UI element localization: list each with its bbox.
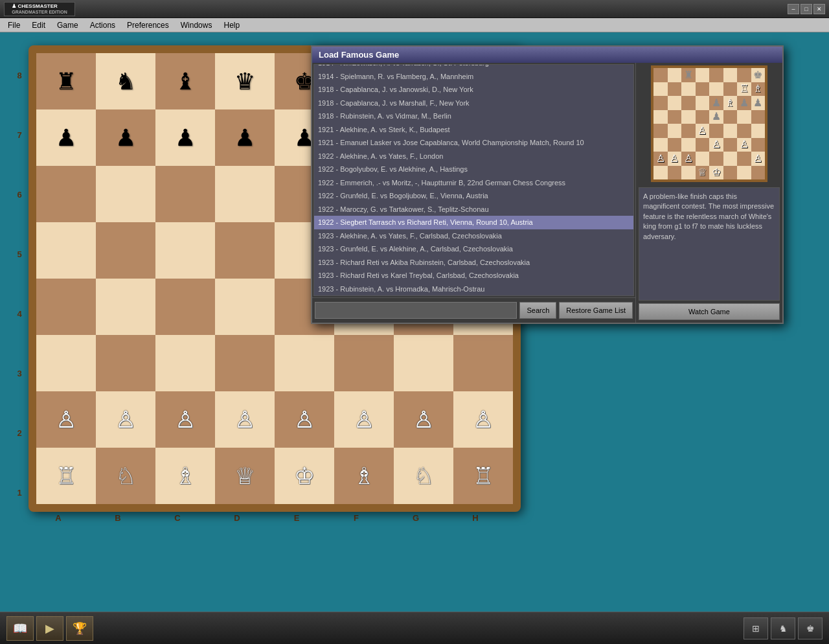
cell-b5 — [96, 222, 155, 279]
search-input[interactable] — [315, 302, 517, 319]
cell-a8: ♜ — [36, 53, 96, 109]
game-list-item[interactable]: 1923 - Richard Reti vs Karel Treybal, Ca… — [314, 269, 633, 282]
board-row-3 — [36, 335, 513, 391]
bottom-right-controls: ⊞ ♞ ♚ — [744, 617, 823, 639]
cell-a7: ♟ — [36, 109, 96, 166]
cell-d6 — [215, 166, 275, 222]
play-button[interactable]: ▶ — [36, 616, 63, 641]
cell-c7: ♟ — [155, 109, 215, 166]
search-button[interactable]: Search — [519, 302, 556, 319]
minimize-button[interactable]: – — [788, 4, 799, 14]
menu-preferences[interactable]: Preferences — [122, 19, 174, 31]
cell-f2: ♙ — [334, 391, 394, 448]
knight-button[interactable]: ♞ — [771, 617, 795, 639]
game-list-item[interactable]: 1922 - Maroczy, G. vs Tartakower, S., Te… — [314, 203, 633, 216]
maximize-button[interactable]: □ — [801, 4, 812, 14]
game-list-item[interactable]: 1922 - Emmerich, .- vs Moritz, -, Hauptt… — [314, 176, 633, 190]
main-area: 8 7 6 5 4 3 2 1 ♜ ♞ ♝ ♛ ♚ — [0, 32, 829, 612]
file-labels: A B C D E F G H — [28, 513, 505, 523]
cell-b3 — [96, 335, 155, 391]
menu-windows[interactable]: Windows — [176, 19, 218, 31]
dialog-title: Load Famous Game — [312, 47, 782, 63]
menu-game[interactable]: Game — [52, 19, 84, 31]
cell-h2: ♙ — [453, 391, 513, 448]
rank-5: 5 — [13, 224, 26, 284]
trophy-button[interactable]: 🏆 — [66, 616, 93, 641]
game-list-item[interactable]: 1923 - Rubinstein, A. vs Hromadka, Mahri… — [314, 282, 633, 296]
game-list-item[interactable]: 1922 - Grunfeld, E. vs Bogoljubow, E., V… — [314, 189, 633, 203]
game-list-item[interactable]: 1918 - Capablanca, J. vs Janowski, D., N… — [314, 83, 633, 97]
cell-c5 — [155, 222, 215, 279]
rank-2: 2 — [13, 403, 26, 463]
cell-a4 — [36, 279, 96, 335]
grid-button[interactable]: ⊞ — [744, 617, 768, 639]
cell-d5 — [215, 222, 275, 279]
cell-c1: ♗ — [155, 448, 215, 504]
game-list-item[interactable]: 1914 - Spielmann, R. vs Flamberg, A., Ma… — [314, 70, 633, 84]
load-famous-game-dialog: Load Famous Game 1912 - Ossip Bernstein … — [311, 45, 784, 324]
cell-d1: ♕ — [215, 448, 275, 504]
cell-f3 — [334, 335, 394, 391]
cell-b4 — [96, 279, 155, 335]
cell-d4 — [215, 279, 275, 335]
cell-a6 — [36, 166, 96, 222]
rank-8: 8 — [13, 45, 26, 105]
file-g: G — [386, 513, 446, 523]
game-list-item[interactable]: 1918 - Rubinstein, A. vs Vidmar, M., Ber… — [314, 109, 633, 123]
menu-help[interactable]: Help — [218, 19, 245, 31]
cell-b8: ♞ — [96, 53, 155, 109]
cell-e1: ♔ — [275, 448, 334, 504]
menu-file[interactable]: File — [3, 19, 25, 31]
cell-d8: ♛ — [215, 53, 275, 109]
game-list[interactable]: 1912 - Ossip Bernstein vs Akiba Rubinste… — [313, 64, 634, 296]
bottom-toolbar: 📖 ▶ 🏆 ⊞ ♞ ♚ — [0, 612, 829, 644]
preview-board-grid: ♜ ♚ — [653, 68, 765, 179]
rank-3: 3 — [13, 343, 26, 403]
cell-a1: ♖ — [36, 448, 96, 504]
search-bar: Search Restore Game List — [312, 297, 635, 323]
game-list-item[interactable]: 1923 - Richard Reti vs Akiba Rubinstein,… — [314, 256, 633, 270]
cell-c3 — [155, 335, 215, 391]
cell-b2: ♙ — [96, 391, 155, 448]
file-f: F — [326, 513, 386, 523]
cell-h1: ♖ — [453, 448, 513, 504]
rank-1: 1 — [13, 463, 26, 522]
king-button[interactable]: ♚ — [798, 617, 823, 639]
menu-actions[interactable]: Actions — [85, 19, 120, 31]
cell-d3 — [215, 335, 275, 391]
cell-e2: ♙ — [275, 391, 334, 448]
file-h: H — [446, 513, 505, 523]
titlebar-left: ♟ CHESSMASTERGRANDMASTER EDITION — [4, 2, 75, 16]
cell-a3 — [36, 335, 96, 391]
cell-b7: ♟ — [96, 109, 155, 166]
close-button[interactable]: ✕ — [813, 4, 825, 14]
game-list-item[interactable]: 1922 - Bogolyubov, E. vs Alekhine, A., H… — [314, 163, 633, 176]
titlebar-controls: – □ ✕ — [788, 4, 825, 14]
cell-g1: ♘ — [394, 448, 453, 504]
dialog-content: 1912 - Ossip Bernstein vs Akiba Rubinste… — [312, 63, 782, 323]
game-list-item[interactable]: 1921 - Alekhine, A. vs Sterk, K., Budape… — [314, 123, 633, 137]
cell-g3 — [394, 335, 453, 391]
game-list-item[interactable]: 1922 - Alekhine, A. vs Yates, F., London — [314, 150, 633, 163]
restore-game-list-button[interactable]: Restore Game List — [559, 302, 633, 319]
cell-d2: ♙ — [215, 391, 275, 448]
rank-6: 6 — [13, 165, 26, 224]
cell-a5 — [36, 222, 96, 279]
board-row-1: ♖ ♘ ♗ ♕ ♔ ♗ ♘ ♖ — [36, 448, 513, 504]
cell-a2: ♙ — [36, 391, 96, 448]
game-list-item[interactable]: 1922 - Siegbert Tarrasch vs Richard Reti… — [314, 216, 633, 229]
book-button[interactable]: 📖 — [6, 616, 34, 641]
watch-game-button[interactable]: Watch Game — [639, 303, 780, 320]
game-list-item[interactable]: 1923 - Grunfeld, E. vs Alekhine, A., Car… — [314, 242, 633, 256]
cell-b6 — [96, 166, 155, 222]
game-list-item[interactable]: 1914 - Nimzowitsch, A. vs Tarrasch, S., … — [314, 64, 633, 70]
game-list-item[interactable]: 1921 - Emanuel Lasker vs Jose Capablanca… — [314, 136, 633, 150]
menu-edit[interactable]: Edit — [27, 19, 51, 31]
game-list-item[interactable]: 1923 - Alekhine, A. vs Yates, F., Carlsb… — [314, 229, 633, 243]
menubar: File Edit Game Actions Preferences Windo… — [0, 18, 829, 32]
cell-d7: ♟ — [215, 109, 275, 166]
game-list-item[interactable]: 1918 - Capablanca, J. vs Marshall, F., N… — [314, 97, 633, 110]
cell-c4 — [155, 279, 215, 335]
rank-7: 7 — [13, 105, 26, 165]
cell-h3 — [453, 335, 513, 391]
